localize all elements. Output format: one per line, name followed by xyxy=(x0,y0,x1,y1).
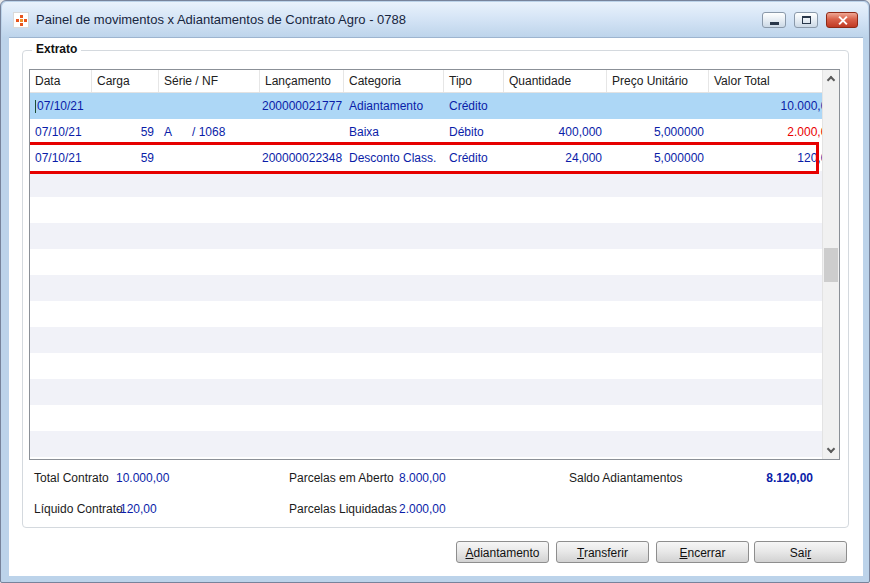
saldo-adiantamentos-value: 8.120,00 xyxy=(766,471,813,485)
table-cell[interactable]: 2.000,00 xyxy=(709,119,839,145)
total-contrato-value: 10.000,00 xyxy=(116,471,169,485)
close-button[interactable] xyxy=(826,12,858,28)
app-icon xyxy=(13,12,29,28)
window-title: Painel de movimentos x Adiantamentos de … xyxy=(36,12,406,27)
liquido-contrato-label: Líquido Contrato xyxy=(34,502,123,516)
parcelas-liquidadas-value: 2.000,00 xyxy=(399,502,446,516)
table-cell[interactable]: 59 xyxy=(92,119,159,145)
empty-row[interactable] xyxy=(30,353,839,379)
scroll-up-button[interactable] xyxy=(823,70,839,87)
column-header-categoria[interactable]: Categoria xyxy=(344,70,444,92)
empty-row[interactable] xyxy=(30,249,839,275)
table-cell[interactable] xyxy=(504,93,607,119)
parcelas-liquidadas-label: Parcelas Liquidadas xyxy=(289,502,397,516)
column-header-pre-o-unit-rio[interactable]: Preço Unitário xyxy=(607,70,709,92)
minimize-button[interactable] xyxy=(762,12,786,28)
table-row[interactable]: 07/10/2159200000022348Desconto Class.Cré… xyxy=(30,145,839,171)
table-cell[interactable]: 200000022348 xyxy=(260,145,344,171)
chevron-down-icon xyxy=(827,445,835,453)
button-label-post: diantamento xyxy=(473,546,539,560)
table-cell[interactable] xyxy=(159,145,260,171)
sair-button[interactable]: Sair xyxy=(754,541,847,563)
grid-body: 07/10/21200000021777AdiantamentoCrédito1… xyxy=(30,93,839,457)
table-cell[interactable]: 400,000 xyxy=(504,119,607,145)
column-header-lan-amento[interactable]: Lançamento xyxy=(260,70,344,92)
close-icon xyxy=(837,15,848,26)
table-cell[interactable]: 07/10/21 xyxy=(30,119,92,145)
column-header-data[interactable]: Data xyxy=(30,70,92,92)
column-header-tipo[interactable]: Tipo xyxy=(444,70,504,92)
dialog-client-area: Extrato DataCargaSérie / NFLançamentoCat… xyxy=(9,37,863,576)
maximize-icon xyxy=(802,16,811,24)
empty-row[interactable] xyxy=(30,223,839,249)
button-label-post: ransferir xyxy=(584,546,628,560)
table-cell[interactable]: 5,000000 xyxy=(607,145,709,171)
empty-row[interactable] xyxy=(30,405,839,431)
total-contrato-label: Total Contrato xyxy=(34,471,109,485)
scrollbar-thumb[interactable] xyxy=(824,248,838,282)
empty-row[interactable] xyxy=(30,197,839,223)
chevron-up-icon xyxy=(827,76,835,84)
table-cell[interactable] xyxy=(607,93,709,119)
empty-row[interactable] xyxy=(30,327,839,353)
column-header-quantidade[interactable]: Quantidade xyxy=(504,70,607,92)
maximize-button[interactable] xyxy=(794,12,818,28)
vertical-scrollbar[interactable] xyxy=(822,70,839,459)
parcelas-aberto-value: 8.000,00 xyxy=(399,471,446,485)
title-bar[interactable]: Painel de movimentos x Adiantamentos de … xyxy=(2,2,868,37)
text-caret xyxy=(35,100,36,113)
table-cell[interactable]: 120,00 xyxy=(709,145,839,171)
empty-row[interactable] xyxy=(30,379,839,405)
table-cell[interactable]: Baixa xyxy=(344,119,444,145)
table-cell[interactable]: 200000021777 xyxy=(260,93,344,119)
dialog-window: Painel de movimentos x Adiantamentos de … xyxy=(0,0,870,583)
table-row[interactable]: 07/10/21200000021777AdiantamentoCrédito1… xyxy=(30,93,839,119)
table-cell[interactable]: Adiantamento xyxy=(344,93,444,119)
adiantamento-button[interactable]: Adiantamento xyxy=(456,541,549,563)
empty-row[interactable] xyxy=(30,275,839,301)
table-row[interactable]: 07/10/2159A / 1068BaixaDébito400,0005,00… xyxy=(30,119,839,145)
empty-row[interactable] xyxy=(30,171,839,197)
button-label-pre: Sai xyxy=(790,546,807,560)
liquido-contrato-value: -120,00 xyxy=(116,502,157,516)
saldo-adiantamentos-label: Saldo Adiantamentos xyxy=(569,471,682,485)
table-cell[interactable] xyxy=(159,93,260,119)
movements-grid: DataCargaSérie / NFLançamentoCategoriaTi… xyxy=(29,69,840,460)
grid-header-row: DataCargaSérie / NFLançamentoCategoriaTi… xyxy=(30,70,839,93)
transferir-button[interactable]: Transferir xyxy=(556,541,649,563)
table-cell[interactable] xyxy=(92,93,159,119)
encerrar-button[interactable]: Encerrar xyxy=(656,541,749,563)
table-cell[interactable]: 07/10/21 xyxy=(30,93,92,119)
table-cell[interactable] xyxy=(260,119,344,145)
column-header-valor-total[interactable]: Valor Total xyxy=(709,70,839,92)
scroll-down-button[interactable] xyxy=(823,442,839,459)
table-cell[interactable]: A / 1068 xyxy=(159,119,260,145)
button-label-key: r xyxy=(807,546,811,560)
table-cell[interactable]: 07/10/21 xyxy=(30,145,92,171)
button-label-post: ncerrar xyxy=(688,546,726,560)
minimize-icon xyxy=(770,22,779,25)
parcelas-aberto-label: Parcelas em Aberto xyxy=(289,471,394,485)
table-cell[interactable]: Crédito xyxy=(444,93,504,119)
table-cell[interactable]: 10.000,00 xyxy=(709,93,839,119)
table-cell[interactable]: 24,000 xyxy=(504,145,607,171)
button-label-key: E xyxy=(679,546,687,560)
empty-row[interactable] xyxy=(30,301,839,327)
table-cell[interactable]: Débito xyxy=(444,119,504,145)
groupbox-label: Extrato xyxy=(32,42,81,56)
table-cell[interactable]: Desconto Class. xyxy=(344,145,444,171)
column-header-s-rie-nf[interactable]: Série / NF xyxy=(159,70,260,92)
empty-row[interactable] xyxy=(30,431,839,457)
cell-text: 07/10/21 xyxy=(37,99,84,113)
column-header-carga[interactable]: Carga xyxy=(92,70,159,92)
table-cell[interactable]: Crédito xyxy=(444,145,504,171)
table-cell[interactable]: 59 xyxy=(92,145,159,171)
table-cell[interactable]: 5,000000 xyxy=(607,119,709,145)
button-label-key: T xyxy=(577,546,584,560)
